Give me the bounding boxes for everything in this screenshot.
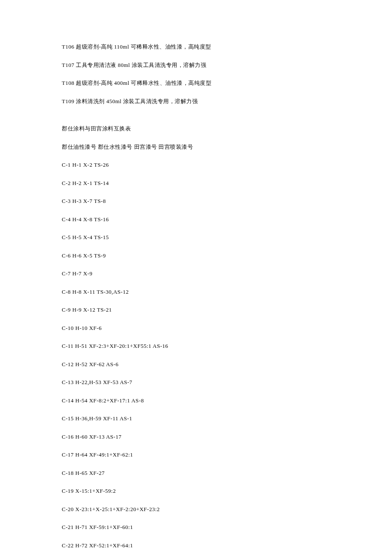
table-row: C-1 H-1 X-2 TS-26 <box>62 161 330 169</box>
intro-line: T107 工具专用清洁液 80ml 涂装工具清洗专用，溶解力强 <box>62 61 330 69</box>
table-row: C-5 H-5 X-4 TS-15 <box>62 233 330 242</box>
table-row: C-16 H-60 XF-13 AS-17 <box>62 433 330 441</box>
table-row: C-12 H-52 XF-62 AS-6 <box>62 360 330 369</box>
table-row: C-15 H-36,H-59 XF-11 AS-1 <box>62 414 330 423</box>
intro-line: T106 超级溶剂-高纯 110ml 可稀释水性、油性漆，高纯度型 <box>62 43 330 51</box>
intro-line: T109 涂料清洗剂 450ml 涂装工具清洗专用，溶解力强 <box>62 97 330 106</box>
table-row: C-14 H-54 XF-8:2+XF-17:1 AS-8 <box>62 396 330 405</box>
table-row: C-10 H-10 XF-6 <box>62 324 330 332</box>
table-row: C-20 X-23:1+X-25:1+XF-2:20+XF-23:2 <box>62 505 330 514</box>
table-title: 郡仕涂料与田宫涂料互换表 <box>62 124 330 133</box>
table-row: C-6 H-6 X-5 TS-9 <box>62 251 330 260</box>
table-row: C-3 H-3 X-7 TS-8 <box>62 197 330 205</box>
table-row: C-13 H-22,H-53 XF-53 AS-7 <box>62 378 330 387</box>
table-row: C-2 H-2 X-1 TS-14 <box>62 179 330 188</box>
table-row: C-18 H-65 XF-27 <box>62 469 330 477</box>
table-row: C-7 H-7 X-9 <box>62 269 330 278</box>
table-row: C-9 H-9 X-12 TS-21 <box>62 306 330 314</box>
table-row: C-19 X-15:1+XF-59:2 <box>62 487 330 495</box>
section-gap <box>62 115 330 124</box>
table-row: C-11 H-51 XF-2:3+XF-20:1+XF55:1 AS-16 <box>62 342 330 350</box>
table-header: 郡仕油性漆号 郡仕水性漆号 田宫漆号 田宫喷装漆号 <box>62 143 330 151</box>
table-row: C-21 H-71 XF-59:1+XF-60:1 <box>62 523 330 532</box>
table-row: C-4 H-4 X-8 TS-16 <box>62 215 330 224</box>
table-row: C-22 H-72 XF-52:1+XF-64:1 <box>62 541 330 550</box>
table-row: C-17 H-64 XF-49:1+XF-62:1 <box>62 451 330 459</box>
document-page: T106 超级溶剂-高纯 110ml 可稀释水性、油性漆，高纯度型 T107 工… <box>0 0 392 555</box>
table-row: C-8 H-8 X-11 TS-30,AS-12 <box>62 288 330 296</box>
intro-line: T108 超级溶剂-高纯 400ml 可稀释水性、油性漆，高纯度型 <box>62 79 330 87</box>
